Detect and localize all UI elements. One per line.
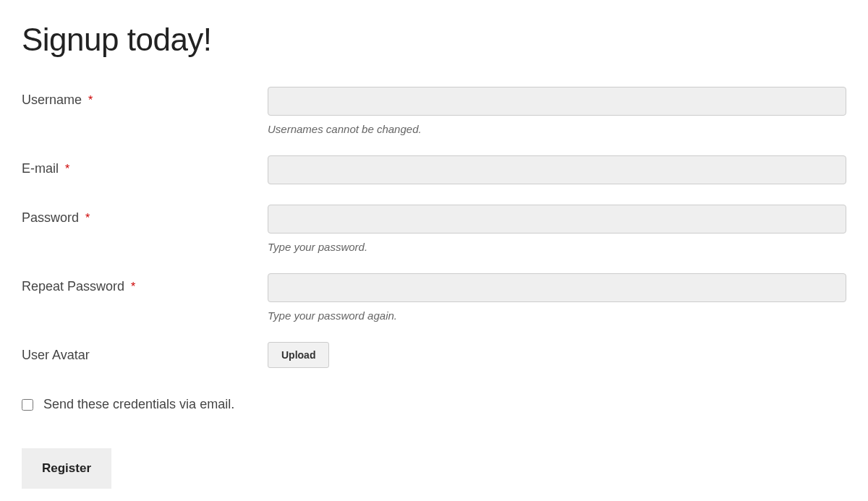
avatar-label: User Avatar: [22, 342, 268, 363]
password-help: Type your password.: [268, 241, 846, 253]
send-credentials-row: Send these credentials via email.: [22, 397, 846, 412]
upload-button[interactable]: Upload: [268, 342, 329, 368]
repeat-password-required-marker: *: [131, 281, 135, 293]
repeat-password-label-text: Repeat Password: [22, 279, 124, 294]
repeat-password-label: Repeat Password *: [22, 273, 268, 294]
username-row: Username * Usernames cannot be changed.: [22, 87, 846, 135]
avatar-input-col: Upload: [268, 342, 846, 368]
password-input[interactable]: [268, 205, 846, 234]
email-row: E-mail *: [22, 155, 846, 184]
avatar-row: User Avatar Upload: [22, 342, 846, 368]
send-credentials-label[interactable]: Send these credentials via email.: [43, 397, 234, 412]
username-input-col: Usernames cannot be changed.: [268, 87, 846, 135]
username-label: Username *: [22, 87, 268, 108]
email-label: E-mail *: [22, 155, 268, 176]
repeat-password-row: Repeat Password * Type your password aga…: [22, 273, 846, 322]
repeat-password-input[interactable]: [268, 273, 846, 302]
username-help: Usernames cannot be changed.: [268, 123, 846, 135]
password-label: Password *: [22, 205, 268, 226]
username-label-text: Username: [22, 93, 82, 107]
email-label-text: E-mail: [22, 161, 59, 176]
password-input-col: Type your password.: [268, 205, 846, 253]
username-input[interactable]: [268, 87, 846, 116]
repeat-password-help: Type your password again.: [268, 309, 846, 322]
password-label-text: Password: [22, 210, 79, 225]
page-title: Signup today!: [22, 22, 846, 58]
username-required-marker: *: [88, 94, 93, 106]
email-required-marker: *: [65, 163, 69, 175]
send-credentials-checkbox[interactable]: [22, 399, 33, 411]
repeat-password-input-col: Type your password again.: [268, 273, 846, 322]
password-required-marker: *: [85, 212, 90, 224]
signup-form: Username * Usernames cannot be changed. …: [22, 87, 846, 489]
email-input-col: [268, 155, 846, 184]
avatar-label-text: User Avatar: [22, 348, 90, 362]
email-input[interactable]: [268, 155, 846, 184]
register-button[interactable]: Register: [22, 448, 111, 489]
password-row: Password * Type your password.: [22, 205, 846, 253]
